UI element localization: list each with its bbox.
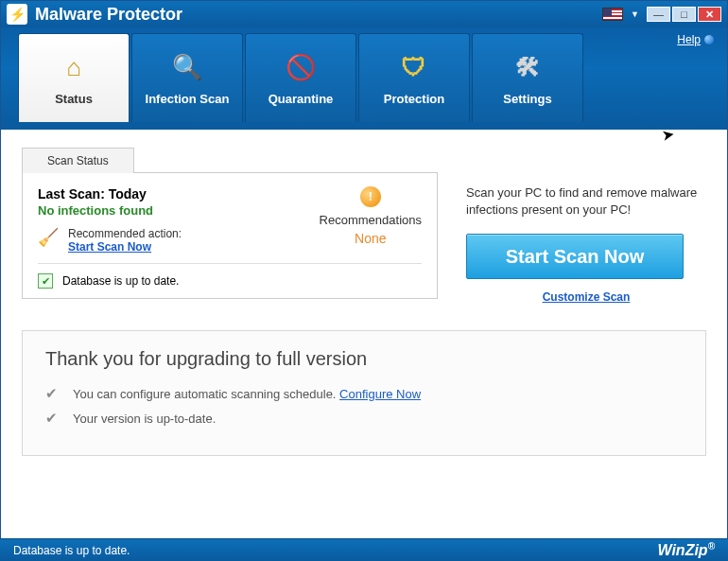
warning-icon: ! [360, 186, 381, 207]
app-icon: ⚡ [7, 4, 27, 25]
status-bar: Database is up to date. WinZip® [0, 538, 728, 561]
tab-settings[interactable]: 🛠 Settings [472, 33, 583, 122]
help-icon[interactable] [704, 35, 714, 44]
configure-now-link[interactable]: Configure Now [339, 387, 421, 401]
tab-status[interactable]: ⌂ Status [18, 33, 130, 122]
recommendations-label: Recommendations [320, 213, 422, 227]
tab-settings-label: Settings [503, 92, 551, 106]
tools-icon: 🛠 [511, 50, 545, 84]
shield-icon: 🛡 [397, 50, 431, 84]
tab-status-label: Status [55, 92, 93, 106]
home-icon: ⌂ [57, 50, 91, 84]
recommended-action-label: Recommended action: [68, 227, 182, 240]
mouse-cursor-icon: ➤ [660, 125, 675, 145]
last-scan-label: Last Scan: [38, 186, 105, 202]
scan-status-tab[interactable]: Scan Status [22, 148, 134, 173]
tab-protection[interactable]: 🛡 Protection [358, 33, 470, 122]
upgrade-title: Thank you for upgrading to full version [45, 348, 683, 370]
main-tabs: ⌂ Status 🔍 Infection Scan 🚫 Quarantine 🛡… [1, 27, 727, 122]
brand-logo: WinZip® [657, 541, 715, 559]
tab-quarantine[interactable]: 🚫 Quarantine [245, 33, 356, 122]
promo-text: Scan your PC to find and remove malware … [466, 184, 706, 219]
flag-dropdown-icon[interactable]: ▼ [631, 9, 639, 19]
minimize-button[interactable]: — [647, 7, 670, 22]
check-icon: ✔ [38, 273, 53, 289]
upgrade-panel: Thank you for upgrading to full version … [22, 330, 706, 456]
customize-scan-link[interactable]: Customize Scan [543, 290, 631, 304]
recommendations-value: None [320, 231, 422, 246]
tab-protection-label: Protection [384, 92, 444, 106]
tab-quarantine-label: Quarantine [269, 92, 334, 106]
bug-block-icon: 🚫 [284, 50, 318, 84]
start-scan-button[interactable]: Start Scan Now [466, 234, 684, 279]
divider [38, 263, 422, 264]
database-status: Database is up to date. [62, 274, 179, 288]
scan-status-panel: Last Scan: Today No infections found 🧹 R… [22, 172, 438, 299]
upgrade-line1-text: You can configure automatic scanning sch… [73, 387, 339, 401]
infection-status: No infections found [38, 203, 182, 218]
help-link[interactable]: Help [677, 33, 701, 46]
broom-icon: 🧹 [38, 227, 59, 248]
recommended-action-link[interactable]: Start Scan Now [68, 240, 151, 254]
last-scan: Last Scan: Today [38, 186, 182, 202]
magnifier-icon: 🔍 [170, 50, 204, 84]
tab-infection-scan[interactable]: 🔍 Infection Scan [131, 33, 243, 122]
check-icon: ✔ [45, 385, 58, 402]
tab-scan-label: Infection Scan [146, 92, 230, 106]
close-button[interactable]: ✕ [698, 7, 721, 22]
last-scan-value: Today [109, 186, 147, 202]
flag-icon[interactable] [602, 8, 623, 21]
status-text: Database is up to date. [13, 544, 130, 557]
maximize-button[interactable]: □ [672, 7, 696, 22]
check-icon: ✔ [45, 410, 58, 427]
app-title: Malware Protector [35, 5, 182, 25]
upgrade-line2-text: Your version is up-to-date. [73, 412, 216, 426]
